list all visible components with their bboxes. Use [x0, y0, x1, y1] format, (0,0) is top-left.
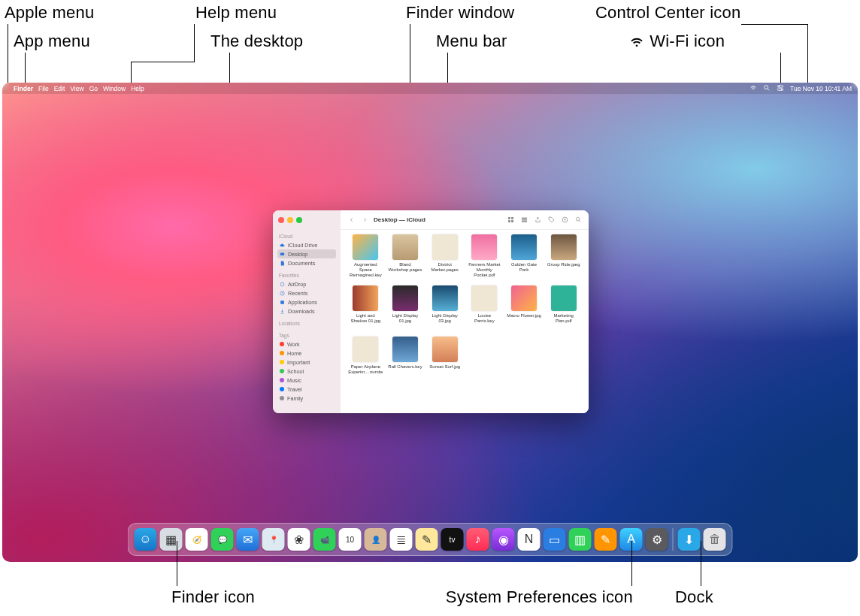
file-item[interactable]: Bland Workshop.pages: [388, 234, 423, 282]
dock-icon-finder[interactable]: ☺: [135, 528, 157, 551]
file-item[interactable]: Group Ride.jpeg: [546, 234, 581, 282]
menubar-datetime[interactable]: Tue Nov 10 10:41 AM: [790, 85, 852, 92]
callout-the-desktop: The desktop: [210, 32, 303, 51]
dock-icon-trash[interactable]: 🗑: [704, 528, 726, 551]
file-item[interactable]: Farmers Market Monthly Pocket.pdf: [467, 234, 502, 282]
spotlight-icon[interactable]: [763, 84, 771, 93]
callout-line: [194, 24, 195, 62]
sidebar-item-icloud-drive[interactable]: iCloud Drive: [277, 240, 336, 249]
file-label: Group Ride.jpeg: [547, 262, 580, 267]
file-item[interactable]: District Market.pages: [427, 234, 462, 282]
sidebar-tag-item[interactable]: Music: [277, 376, 336, 385]
forward-button[interactable]: [360, 216, 369, 225]
dock-icon-music[interactable]: ♪: [467, 528, 489, 551]
file-thumbnail: [511, 234, 537, 260]
view-icons-button[interactable]: [506, 216, 515, 225]
file-label: Light Display 01.jpg: [388, 313, 422, 324]
window-close-button[interactable]: [278, 217, 284, 223]
dock-icon-downloads[interactable]: ⬇: [678, 528, 701, 551]
file-label: Sunset Surf.jpg: [429, 364, 460, 370]
sidebar-tag-item[interactable]: Home: [277, 349, 336, 358]
desktop[interactable]: Finder File Edit View Go Window Help Tue…: [2, 83, 858, 562]
callout-line: [631, 541, 632, 586]
control-center-icon[interactable]: [777, 84, 784, 93]
window-zoom-button[interactable]: [296, 217, 302, 223]
dock-separator: [673, 528, 674, 551]
sidebar-tag-item[interactable]: Travel: [277, 385, 336, 394]
file-item[interactable]: Paper Airplane Experim....numbers: [348, 337, 383, 385]
dock-icon-facetime[interactable]: 📹: [313, 528, 336, 551]
sidebar-item-documents[interactable]: Documents: [277, 258, 336, 267]
dock-icon-safari[interactable]: 🧭: [186, 528, 208, 551]
sidebar-tag-item[interactable]: Important: [277, 358, 336, 367]
window-minimize-button[interactable]: [287, 217, 293, 223]
dock-icon-photos[interactable]: ❀: [288, 528, 310, 551]
file-item[interactable]: Rall Chavers.key: [388, 337, 423, 385]
file-item[interactable]: Light Display 03.jpg: [427, 285, 462, 334]
file-thumbnail: [392, 285, 418, 311]
cloud-icon: [280, 243, 285, 248]
file-item[interactable]: Sunset Surf.jpg: [427, 337, 462, 385]
callout-line: [131, 62, 195, 62]
menu-file[interactable]: File: [38, 85, 49, 92]
sidebar-tag-item[interactable]: School: [277, 367, 336, 376]
search-button[interactable]: [574, 216, 583, 225]
svg-rect-4: [777, 88, 783, 90]
dock-icon-maps[interactable]: 📍: [262, 528, 285, 551]
dock-icon-podcasts[interactable]: ◉: [492, 528, 515, 551]
dock-icon-launchpad[interactable]: ▦: [160, 528, 183, 551]
sidebar-item-airdrop[interactable]: AirDrop: [277, 279, 336, 288]
action-button[interactable]: [560, 216, 569, 225]
tag-dot-icon: [280, 369, 284, 373]
sidebar-item-downloads[interactable]: Downloads: [277, 306, 336, 316]
file-item[interactable]: Marketing Plan.pdf: [546, 285, 581, 334]
group-button[interactable]: [519, 216, 528, 225]
menu-go[interactable]: Go: [89, 85, 98, 92]
file-thumbnail: [471, 234, 497, 260]
dock-icon-messages[interactable]: 💬: [211, 528, 234, 551]
menu-edit[interactable]: Edit: [54, 85, 65, 92]
file-item[interactable]: Light and Shadow 01.jpg: [348, 285, 383, 334]
dock-icon-notes[interactable]: ✎: [416, 528, 438, 551]
file-item[interactable]: Golden Gate Park: [507, 234, 542, 282]
file-item[interactable]: Light Display 01.jpg: [388, 285, 423, 334]
menu-view[interactable]: View: [70, 85, 83, 92]
sidebar-header-icloud: iCloud: [279, 234, 336, 239]
dock-icon-numbers[interactable]: ▥: [569, 528, 592, 551]
file-item[interactable]: Macro Flower.jpg: [507, 285, 542, 334]
tag-dot-icon: [280, 351, 284, 355]
menu-help[interactable]: Help: [131, 85, 144, 92]
sidebar-tag-item[interactable]: Work: [277, 340, 336, 349]
dock-icon-mail[interactable]: ✉: [237, 528, 259, 551]
dock-icon-tv[interactable]: tv: [441, 528, 464, 551]
dock-icon-contacts[interactable]: 👤: [365, 528, 387, 551]
sidebar-item-applications[interactable]: Applications: [277, 297, 336, 306]
tag-dot-icon: [280, 360, 284, 364]
svg-point-19: [576, 218, 580, 222]
callout-line: [131, 62, 132, 84]
file-thumbnail: [551, 285, 577, 311]
file-label: District Market.pages: [428, 262, 462, 273]
sidebar-tag-item[interactable]: Family: [277, 394, 336, 403]
dock-icon-news[interactable]: N: [518, 528, 541, 551]
sidebar-header-favorites: Favorites: [279, 273, 336, 278]
svg-rect-11: [511, 217, 513, 219]
file-item[interactable]: Louise Parris.key: [467, 285, 502, 334]
dock-icon-system-preferences[interactable]: ⚙: [646, 528, 668, 551]
dock-icon-calendar[interactable]: 10: [339, 528, 362, 551]
dock-icon-pages[interactable]: ✎: [595, 528, 617, 551]
app-menu[interactable]: Finder: [14, 85, 33, 92]
svg-point-7: [280, 282, 284, 286]
wifi-icon[interactable]: [749, 84, 757, 93]
back-button[interactable]: [347, 216, 356, 225]
sidebar-item-recents[interactable]: Recents: [277, 288, 336, 297]
share-button[interactable]: [533, 216, 542, 225]
dock-icon-keynote[interactable]: ▭: [544, 528, 566, 551]
menu-window[interactable]: Window: [103, 85, 126, 92]
file-item[interactable]: Augmented Space Reimagined.key: [348, 234, 383, 282]
dock-icon-reminders[interactable]: ≣: [390, 528, 413, 551]
tag-button[interactable]: [547, 216, 556, 225]
sidebar-item-desktop[interactable]: Desktop: [277, 249, 336, 258]
dock: ☺▦🧭💬✉📍❀📹10👤≣✎tv♪◉N▭▥✎A⚙⬇🗑: [128, 523, 733, 556]
window-title: Desktop — iCloud: [374, 216, 425, 223]
